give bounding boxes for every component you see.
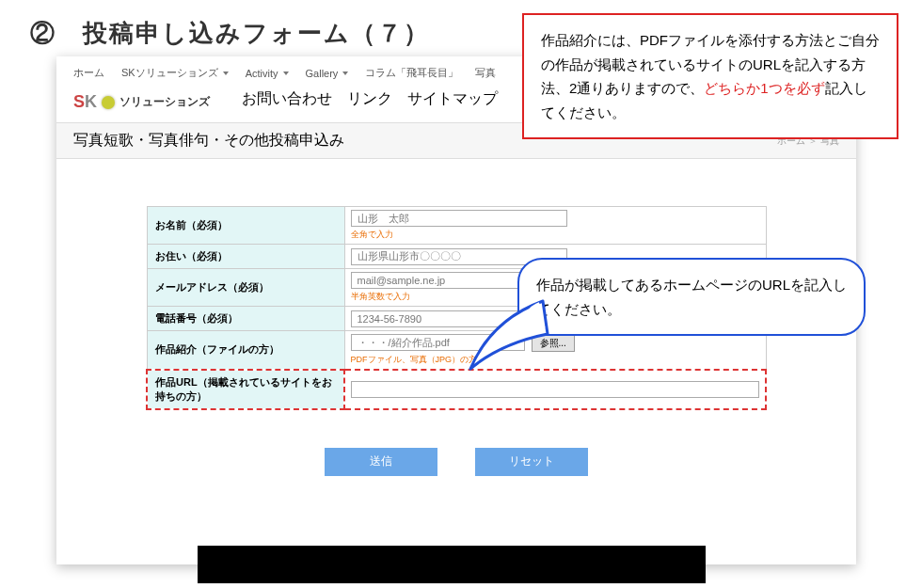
nav-activity[interactable]: Activity (246, 68, 289, 79)
form-title: 写真短歌・写真俳句・その他投稿申込み (73, 131, 344, 151)
label-url: 作品URL（掲載されているサイトをお持ちの方） (147, 370, 344, 409)
nav-link[interactable]: リンク (347, 89, 392, 109)
label-name: お名前（必須） (147, 207, 344, 245)
footer-bar (198, 546, 706, 583)
submit-button[interactable]: 送信 (325, 448, 437, 476)
speech-pointer-icon (463, 292, 557, 376)
callout-bubble: 作品が掲載してあるホームページのURLを記入してください。 (517, 258, 866, 336)
nav-contact[interactable]: お問い合わせ (242, 89, 332, 109)
label-tel: 電話番号（必須） (147, 307, 344, 331)
nav-gallery[interactable]: Gallery (306, 68, 349, 79)
nav-column[interactable]: コラム「飛耳長目」 (365, 66, 458, 80)
input-url[interactable] (351, 381, 759, 398)
input-name[interactable] (351, 210, 567, 227)
callout-top-em: どちらか1つを必ず (704, 80, 824, 96)
logo-dot-icon (102, 96, 115, 109)
label-mail: メールアドレス（必須） (147, 269, 344, 307)
logo-text: ソリューションズ (119, 94, 210, 110)
label-addr: お住い（必須） (147, 245, 344, 269)
hint-name: 全角で入力 (351, 229, 760, 241)
nav-home[interactable]: ホーム (73, 66, 104, 80)
nav-photo[interactable]: 写真 (475, 66, 496, 80)
callout-bubble-text: 作品が掲載してあるホームページのURLを記入してください。 (536, 277, 847, 317)
callout-top: 作品紹介には、PDFファイルを添付する方法とご自分の作品が掲載されているサイトの… (522, 13, 898, 139)
nav-sitemap[interactable]: サイトマップ (407, 89, 498, 109)
nav-sk[interactable]: SKソリューションズ (121, 66, 229, 80)
logo-mark: SK (73, 92, 97, 112)
label-file: 作品紹介（ファイルの方） (147, 331, 344, 370)
reset-button[interactable]: リセット (475, 448, 588, 476)
